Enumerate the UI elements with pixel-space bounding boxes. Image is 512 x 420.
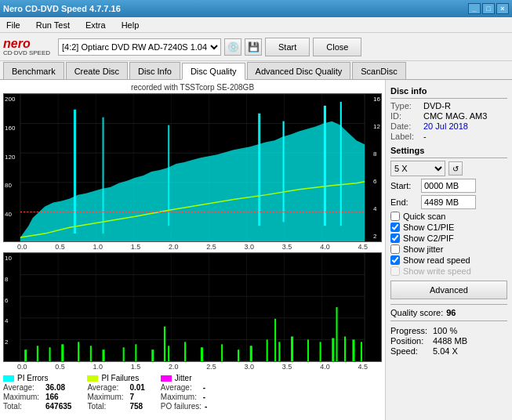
progress-label: Progress: — [390, 326, 430, 335]
advanced-button[interactable]: Advanced — [390, 281, 507, 299]
speed-selector[interactable]: 5 X — [390, 161, 445, 176]
position-value: 4488 MB — [433, 336, 467, 346]
svg-rect-18 — [102, 118, 103, 234]
checkbox-c2-pif: Show C2/PIF — [390, 234, 507, 243]
jitter-checkbox-label: Show jitter — [403, 244, 443, 254]
title-text: Nero CD-DVD Speed 4.7.7.16 — [3, 4, 121, 13]
start-mb-input[interactable] — [421, 179, 476, 193]
checkbox-write-speed: Show write speed — [390, 266, 507, 276]
quality-score-value: 96 — [446, 308, 456, 317]
lower-chart-svg — [4, 253, 381, 361]
minimize-button[interactable]: _ — [468, 3, 481, 14]
end-mb-input[interactable] — [421, 195, 476, 209]
close-button[interactable]: × — [496, 3, 509, 14]
tab-bar: Benchmark Create Disc Disc Info Disc Qua… — [0, 61, 512, 80]
svg-rect-58 — [278, 342, 280, 361]
legend-pi-errors: PI Errors Average:36.08 Maximum:166 Tota… — [3, 374, 71, 411]
menu-help[interactable]: Help — [118, 19, 143, 31]
pi-errors-color — [3, 375, 14, 382]
divider-1 — [390, 98, 507, 99]
svg-rect-49 — [135, 344, 136, 361]
svg-rect-22 — [324, 106, 326, 226]
svg-rect-51 — [168, 346, 169, 361]
read-speed-label: Show read speed — [403, 255, 470, 265]
right-panel: Disc info Type: DVD-R ID: CMC MAG. AM3 D… — [385, 80, 512, 420]
checkbox-read-speed: Show read speed — [390, 255, 507, 265]
tab-disc-info[interactable]: Disc Info — [129, 62, 180, 79]
upper-chart-svg — [4, 94, 381, 241]
svg-marker-16 — [20, 121, 365, 241]
quick-scan-checkbox[interactable] — [390, 212, 400, 221]
svg-rect-59 — [291, 336, 293, 361]
jitter-color — [161, 375, 172, 382]
main-content: recorded with TSSTcorp SE-208GB 200 160 … — [0, 80, 512, 420]
nero-brand: nero — [3, 38, 31, 50]
lower-x-labels: 0.00.51.01.52.02.53.03.54.04.5 — [3, 363, 382, 371]
svg-rect-48 — [123, 347, 125, 361]
pi-errors-label: PI Errors — [17, 374, 48, 382]
c2-pif-checkbox[interactable] — [390, 234, 400, 243]
progress-value: 100 % — [433, 326, 457, 335]
end-mb-label: End: — [390, 197, 418, 207]
divider-4 — [390, 320, 507, 321]
date-value: 20 Jul 2018 — [423, 121, 468, 131]
toolbar: nero CD·DVD SPEED [4:2] Optiarc DVD RW A… — [0, 33, 512, 61]
drive-selector[interactable]: [4:2] Optiarc DVD RW AD-7240S 1.04 — [58, 38, 221, 56]
tab-benchmark[interactable]: Benchmark — [3, 62, 64, 79]
eject-icon[interactable]: 💿 — [224, 38, 241, 56]
progress-section: Progress: 100 % Position: 4488 MB Speed:… — [390, 326, 507, 356]
speed-label-2: Speed: — [390, 346, 430, 356]
svg-rect-23 — [340, 102, 342, 226]
svg-rect-17 — [74, 110, 76, 234]
pi-failures-label: PI Failures — [101, 374, 139, 382]
tab-advanced-disc-quality[interactable]: Advanced Disc Quality — [247, 62, 351, 79]
svg-rect-42 — [37, 346, 38, 361]
svg-rect-53 — [201, 347, 203, 361]
svg-rect-61 — [320, 342, 321, 361]
settings-title: Settings — [390, 146, 507, 155]
jitter-checkbox[interactable] — [390, 244, 400, 254]
id-label: ID: — [390, 111, 420, 121]
svg-rect-56 — [250, 346, 252, 361]
title-bar: Nero CD-DVD Speed 4.7.7.16 _ □ × — [0, 0, 512, 17]
menu-file[interactable]: File — [3, 19, 24, 31]
title-bar-buttons: _ □ × — [468, 3, 509, 14]
c1-pie-checkbox[interactable] — [390, 223, 400, 232]
tab-scandisc[interactable]: ScanDisc — [352, 62, 405, 79]
chart-title: recorded with TSSTcorp SE-208GB — [3, 83, 382, 92]
date-label: Date: — [390, 121, 420, 131]
write-speed-label: Show write speed — [403, 266, 471, 276]
read-speed-checkbox[interactable] — [390, 255, 400, 265]
svg-rect-57 — [267, 339, 268, 361]
menu-extra[interactable]: Extra — [82, 19, 109, 31]
legend: PI Errors Average:36.08 Maximum:166 Tota… — [3, 374, 382, 411]
legend-pi-failures: PI Failures Average:0.01 Maximum:7 Total… — [87, 374, 144, 411]
svg-rect-64 — [352, 339, 354, 361]
start-button[interactable]: Start — [265, 38, 310, 56]
maximize-button[interactable]: □ — [482, 3, 495, 14]
svg-rect-46 — [90, 346, 92, 361]
write-speed-checkbox[interactable] — [390, 266, 400, 276]
c1-pie-label: Show C1/PIE — [403, 223, 454, 232]
svg-rect-44 — [61, 344, 64, 361]
upper-x-labels: 0.00.51.01.52.02.53.03.54.04.5 — [3, 243, 382, 251]
svg-rect-65 — [361, 342, 362, 361]
tab-create-disc[interactable]: Create Disc — [66, 62, 128, 79]
svg-rect-20 — [258, 114, 260, 226]
nero-logo: nero CD·DVD SPEED — [3, 38, 50, 56]
checkbox-quick-scan: Quick scan — [390, 212, 507, 221]
start-mb-label: Start: — [390, 181, 418, 190]
type-value: DVD-R — [423, 101, 451, 110]
svg-rect-55 — [238, 349, 239, 361]
disc-info-title: Disc info — [390, 86, 507, 96]
close-app-button[interactable]: Close — [313, 38, 361, 56]
tab-disc-quality[interactable]: Disc Quality — [182, 63, 245, 80]
menu-bar: File Run Test Extra Help — [0, 17, 512, 33]
svg-rect-68 — [336, 307, 337, 361]
save-icon[interactable]: 💾 — [245, 38, 262, 56]
quality-score-label: Quality score: — [390, 308, 443, 317]
chart-area: recorded with TSSTcorp SE-208GB 200 160 … — [0, 80, 385, 420]
reset-speed-icon[interactable]: ↺ — [448, 161, 463, 176]
svg-rect-43 — [49, 347, 51, 361]
menu-run-test[interactable]: Run Test — [33, 19, 73, 31]
